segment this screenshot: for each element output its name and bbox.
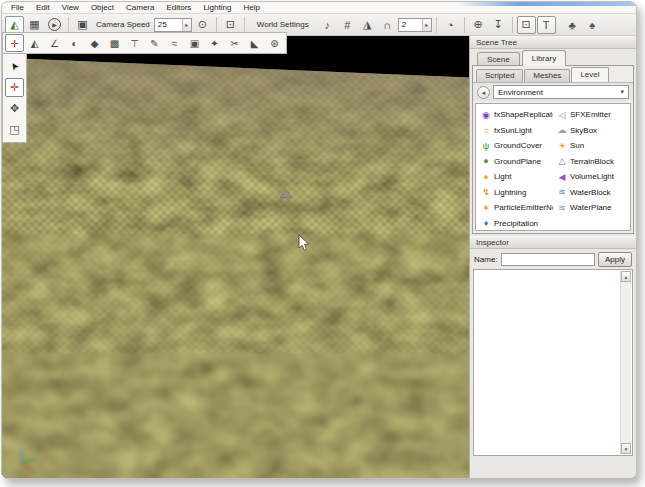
flatten-wheel-tool[interactable]: ⊛ [265,34,284,52]
viewport-3d[interactable]: ✛ ◭ ∠ ◐ ◆ [2,36,469,478]
torque-tool-button-a[interactable]: ♣ [563,16,582,34]
library-object-item[interactable]: ◀ VolumeLight [553,169,629,185]
dropdown-arrow-icon[interactable]: ▸ [422,19,431,31]
library-subtab[interactable]: Scripted [476,69,523,82]
category-value: Environment [498,88,543,97]
side-tool-icon: ➤ [8,60,22,73]
library-object-item[interactable]: ◉ fxShapeReplicator [477,107,553,123]
menu-item[interactable]: View [56,2,85,13]
menu-item[interactable]: Lighting [197,2,237,13]
object-snap-button[interactable]: ◔ [441,16,460,34]
menu-item[interactable]: Edit [30,2,56,13]
dropdown-arrow-icon[interactable]: ▸ [182,19,191,31]
scene-tree-tabs: Scene Library [470,49,636,66]
inspector-scrollbar[interactable]: ▲ ▼ [620,271,631,454]
object-type-label: fxShapeReplicator [494,110,553,119]
library-object-item[interactable]: ● Light [477,169,553,185]
terrain-tool-icon: ◆ [91,38,99,49]
render-bounds-toggle[interactable]: ⊡ [517,16,536,34]
scene-tree-tab[interactable]: Scene [477,52,520,66]
ramp-tool[interactable]: ◣ [245,34,264,52]
grid-snap-button[interactable]: # [338,16,357,34]
toolbar-separator [436,17,437,33]
library-object-item[interactable]: ≋ WaterBlock [553,185,629,201]
object-type-icon: △ [557,156,567,166]
menu-item[interactable]: Help [237,2,265,13]
move-tool-button[interactable]: ✥ [5,99,24,118]
side-tool-icon: ✥ [10,102,19,115]
raise-terrain-tool[interactable]: ◭ [25,34,44,52]
library-object-item[interactable]: ☀ Sun [553,138,629,154]
gui-editor-icon: ▦ [29,18,39,31]
music-note-icon: ♪ [324,19,330,31]
frame-camera-button[interactable]: ⊡ [221,16,240,34]
terrain-tool-icon: ⊤ [130,38,139,49]
snap-size-dropdown[interactable]: 2 ▸ [398,18,432,32]
soft-snap-button[interactable]: ∩ [378,16,397,34]
axis-gizmo-tool[interactable]: ✛ [5,34,24,52]
terrain-tool-icon: ◭ [31,38,39,49]
render-text-toggle[interactable]: T [537,16,556,34]
scale-tool-button[interactable]: ◳ [5,120,24,139]
paint-tool[interactable]: ✎ [145,34,164,52]
scroll-up-icon[interactable]: ▲ [621,271,631,282]
datablock-editor-button[interactable]: ♪ [318,16,337,34]
play-game-button[interactable]: ▶ [45,16,64,34]
drop-to-ground-button[interactable]: ↧ [489,16,508,34]
solid-brush-tool[interactable]: ◆ [85,34,104,52]
camera-speed-label: Camera Speed [93,20,153,29]
scene-tree-tab[interactable]: Library [522,50,566,66]
back-button[interactable]: ◂ [477,86,490,99]
scene-tree-header[interactable]: Scene Tree [470,36,636,49]
sphere-brush-tool[interactable]: ◐ [65,34,84,52]
library-subtab[interactable]: Meshes [524,69,570,82]
terrain-snap-button[interactable]: ◮ [358,16,377,34]
menu-item[interactable]: Object [85,2,120,13]
library-object-item[interactable]: ● GroundPlane [477,154,553,170]
world-editor-button[interactable]: ◭ [5,16,24,34]
name-input[interactable] [501,253,595,266]
camera-menu-button[interactable]: ▣ [73,16,92,34]
marquee-select-tool[interactable]: ▣ [185,34,204,52]
scroll-down-icon[interactable]: ▼ [621,443,631,454]
gizmo-tool-button[interactable]: ✛ [5,78,24,97]
library-object-item[interactable]: △ TerrainBlock [553,154,629,170]
world-editor-icon: ◭ [10,18,18,31]
category-dropdown[interactable]: Environment ▾ [493,85,629,99]
inspector-body[interactable]: ▲ ▼ [473,269,633,456]
library-object-item[interactable]: ↯ Lightning [477,185,553,201]
menu-item[interactable]: File [5,2,30,13]
torque-tool-button-b[interactable]: ♠ [583,16,602,34]
lower-terrain-tool[interactable]: ∠ [45,34,64,52]
object-type-icon: ☁ [557,125,567,135]
terrain-tool-icon: ▣ [190,38,199,49]
gui-editor-button[interactable]: ▦ [25,16,44,34]
side-tool-icon: ✛ [10,81,19,94]
noise-tool[interactable]: ▩ [105,34,124,52]
eraser-tool[interactable]: ✂ [225,34,244,52]
library-object-item[interactable]: ♦ Precipitation [477,216,553,232]
library-object-item[interactable]: ◁ SFXEmitter [553,107,629,123]
menu-item[interactable]: Editors [160,2,197,13]
camera-speed-dropdown[interactable]: 25 ▸ [154,18,192,32]
library-subtab[interactable]: Level [571,67,608,82]
library-object-item[interactable]: ≋ WaterPlane [553,200,629,216]
magic-wand-tool[interactable]: ✦ [205,34,224,52]
smooth-tool[interactable]: ≈ [165,34,184,52]
library-object-item[interactable]: ✶ ParticleEmitterNode [477,200,553,216]
inspector-header[interactable]: Inspector [470,236,636,249]
torque-logo-icon: ♠ [589,19,595,31]
object-type-icon: ↯ [481,187,491,197]
terrain-tools-toolbar: ✛ ◭ ∠ ◐ ◆ [2,32,287,54]
visibility-button[interactable]: ⊙ [193,16,212,34]
apply-button[interactable]: Apply [598,252,632,267]
object-type-icon: ● [481,156,491,166]
library-object-item[interactable]: ☼ fxSunLight [477,123,553,139]
add-at-origin-button[interactable]: ⊕ [469,16,488,34]
library-object-item[interactable]: ☁ SkyBox [553,123,629,139]
world-settings-button[interactable]: World Settings [249,16,317,34]
library-object-item[interactable]: ψ GroundCover [477,138,553,154]
select-tool-button[interactable]: ➤ [5,57,24,76]
stamp-tool[interactable]: ⊤ [125,34,144,52]
menu-item[interactable]: Camera [120,2,160,13]
